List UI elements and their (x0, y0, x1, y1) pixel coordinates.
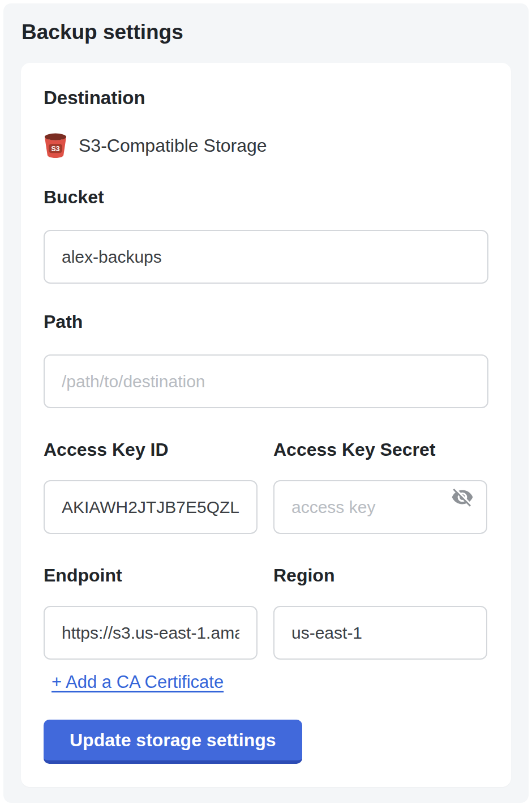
add-ca-certificate-link[interactable]: + Add a CA Certificate (52, 672, 224, 692)
access-key-id-label: Access Key ID (44, 439, 258, 460)
bucket-label: Bucket (44, 187, 488, 207)
backup-settings-card: Destination S3 S3-Compatible Storage Buc… (21, 63, 511, 787)
svg-text:S3: S3 (51, 145, 59, 153)
destination-heading: Destination (44, 88, 488, 108)
bucket-input[interactable] (44, 230, 488, 284)
s3-bucket-icon: S3 (44, 132, 67, 159)
eye-off-icon (451, 502, 474, 510)
endpoint-input[interactable] (44, 606, 258, 660)
access-key-labels-row: Access Key ID Access Key Secret (44, 408, 488, 460)
path-label: Path (44, 311, 488, 332)
endpoint-region-labels-row: Endpoint Region (44, 534, 488, 585)
settings-panel: Backup settings Destination S3 S3-Compat… (3, 3, 529, 803)
access-key-secret-field (273, 460, 487, 534)
access-key-inputs-row (44, 460, 488, 534)
access-key-id-input[interactable] (44, 480, 258, 534)
endpoint-region-inputs-row (44, 585, 488, 660)
update-storage-settings-button[interactable]: Update storage settings (44, 720, 302, 764)
region-label: Region (273, 565, 487, 585)
destination-value: S3-Compatible Storage (79, 135, 267, 156)
region-input[interactable] (273, 606, 487, 660)
toggle-secret-visibility-button[interactable] (451, 486, 474, 508)
page-title: Backup settings (22, 20, 529, 44)
endpoint-label: Endpoint (44, 565, 258, 585)
access-key-secret-label: Access Key Secret (273, 439, 487, 460)
path-input[interactable] (44, 354, 488, 408)
destination-row: S3 S3-Compatible Storage (44, 132, 488, 159)
